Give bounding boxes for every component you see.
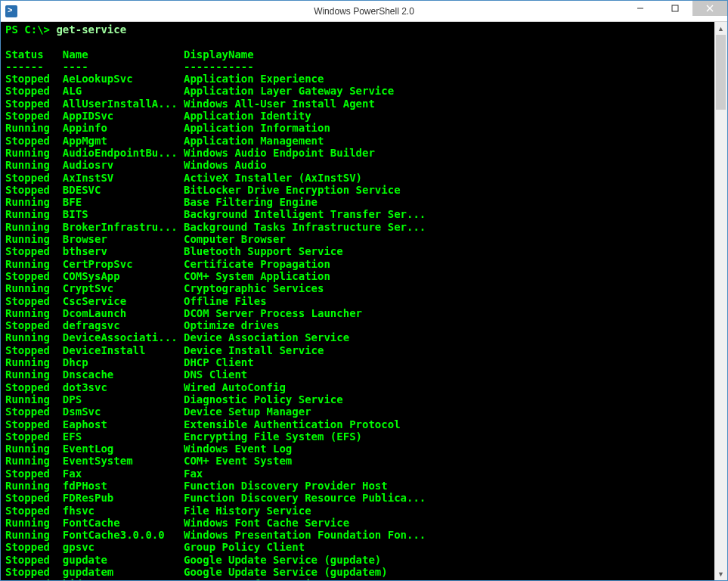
service-row: Stopped fhsvc File History Service xyxy=(5,505,713,517)
header-underline: ------ ---- ----------- xyxy=(5,61,713,73)
service-row: Stopped dot3svc Wired AutoConfig xyxy=(5,381,713,393)
service-row: Stopped AeLookupSvc Application Experien… xyxy=(5,73,713,85)
window-title: Windows PowerShell 2.0 xyxy=(1,6,727,17)
service-row: Running FontCache3.0.0.0 Windows Present… xyxy=(5,529,713,541)
service-row: Stopped FDResPub Function Discovery Reso… xyxy=(5,492,713,504)
service-row: Running fdPHost Function Discovery Provi… xyxy=(5,480,713,492)
close-icon xyxy=(706,5,714,12)
service-row: Stopped AxInstSV ActiveX Installer (AxIn… xyxy=(5,172,713,184)
scroll-down-arrow[interactable]: ▼ xyxy=(714,567,727,580)
service-row: Stopped Eaphost Extensible Authenticatio… xyxy=(5,418,713,430)
command-text: get-service xyxy=(56,23,126,36)
maximize-button[interactable] xyxy=(658,1,692,16)
service-row: Stopped AppMgmt Application Management xyxy=(5,135,713,147)
service-row: Running BrokerInfrastru... Background Ta… xyxy=(5,221,713,233)
window-controls xyxy=(623,1,727,21)
powershell-icon xyxy=(5,5,17,17)
service-row: Running Audiosrv Windows Audio xyxy=(5,159,713,171)
prompt-prefix: PS C:\> xyxy=(5,23,56,36)
header-row: Status Name DisplayName xyxy=(5,48,713,61)
maximize-icon xyxy=(671,5,679,12)
service-row: Running Dhcp DHCP Client xyxy=(5,356,713,368)
service-row: Running Dnscache DNS Client xyxy=(5,368,713,381)
service-row: Running DPS Diagnostic Policy Service xyxy=(5,393,713,405)
service-row: Stopped defragsvc Optimize drives xyxy=(5,319,713,331)
service-row: Stopped BDESVC BitLocker Drive Encryptio… xyxy=(5,184,713,196)
service-row: Stopped ALG Application Layer Gateway Se… xyxy=(5,85,713,97)
service-row: Stopped EFS Encrypting File System (EFS) xyxy=(5,430,713,443)
service-row: Stopped DeviceInstall Device Install Ser… xyxy=(5,344,713,356)
service-row: Running CryptSvc Cryptographic Services xyxy=(5,282,713,294)
scroll-up-arrow[interactable]: ▲ xyxy=(714,22,727,35)
service-row: Running CertPropSvc Certificate Propagat… xyxy=(5,258,713,270)
service-row: Stopped COMSysApp COM+ System Applicatio… xyxy=(5,270,713,282)
service-row: Running EventLog Windows Event Log xyxy=(5,443,713,455)
close-button[interactable] xyxy=(692,1,727,16)
service-row: Stopped CscService Offline Files xyxy=(5,295,713,307)
scroll-thumb[interactable] xyxy=(716,35,726,110)
service-row: Running AudioEndpointBu... Windows Audio… xyxy=(5,147,713,159)
minimize-icon xyxy=(637,5,644,12)
service-row: Running Appinfo Application Information xyxy=(5,122,713,134)
blank-line xyxy=(5,36,713,48)
service-row: Running DeviceAssociati... Device Associ… xyxy=(5,331,713,343)
service-row: Stopped AppIDSvc Application Identity xyxy=(5,110,713,122)
service-row: Running BITS Background Intelligent Tran… xyxy=(5,208,713,220)
minimize-button[interactable] xyxy=(623,1,658,16)
service-row: Stopped bthserv Bluetooth Support Servic… xyxy=(5,245,713,257)
service-row: Stopped hidserv Human Interface Device A… xyxy=(5,578,713,580)
svg-rect-1 xyxy=(672,5,678,11)
prompt-line: PS C:\> get-service xyxy=(5,23,713,36)
titlebar[interactable]: Windows PowerShell 2.0 xyxy=(1,1,727,22)
terminal-output[interactable]: PS C:\> get-service Status Name DisplayN… xyxy=(1,22,714,580)
service-row: Stopped Fax Fax xyxy=(5,468,713,480)
service-row: Running EventSystem COM+ Event System xyxy=(5,455,713,467)
app-window: Windows PowerShell 2.0 PS C:\> get-servi… xyxy=(0,0,728,581)
service-row: Stopped gupdatem Google Update Service (… xyxy=(5,566,713,578)
scroll-track[interactable] xyxy=(714,35,727,567)
service-row: Running BFE Base Filtering Engine xyxy=(5,196,713,208)
service-row: Running FontCache Windows Font Cache Ser… xyxy=(5,517,713,529)
service-row: Running DcomLaunch DCOM Server Process L… xyxy=(5,307,713,319)
service-row: Stopped DsmSvc Device Setup Manager xyxy=(5,405,713,418)
service-row: Stopped gupdate Google Update Service (g… xyxy=(5,554,713,566)
service-row: Stopped AllUserInstallA... Windows All-U… xyxy=(5,98,713,110)
terminal-area: PS C:\> get-service Status Name DisplayN… xyxy=(1,22,727,580)
service-row: Running Browser Computer Browser xyxy=(5,233,713,245)
service-row: Stopped gpsvc Group Policy Client xyxy=(5,541,713,553)
vertical-scrollbar[interactable]: ▲ ▼ xyxy=(714,22,727,580)
